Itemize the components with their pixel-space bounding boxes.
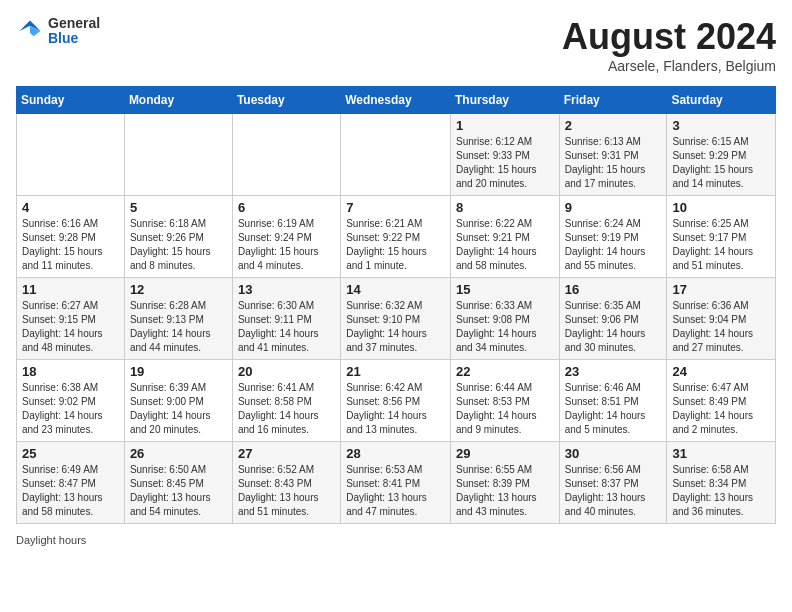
day-detail: Sunrise: 6:58 AMSunset: 8:34 PMDaylight:… (672, 463, 770, 519)
day-detail: Sunrise: 6:55 AMSunset: 8:39 PMDaylight:… (456, 463, 554, 519)
day-number: 20 (238, 364, 335, 379)
calendar-cell: 21Sunrise: 6:42 AMSunset: 8:56 PMDayligh… (341, 360, 451, 442)
day-number: 15 (456, 282, 554, 297)
calendar-week-2: 4Sunrise: 6:16 AMSunset: 9:28 PMDaylight… (17, 196, 776, 278)
calendar-cell: 31Sunrise: 6:58 AMSunset: 8:34 PMDayligh… (667, 442, 776, 524)
day-number: 29 (456, 446, 554, 461)
day-detail: Sunrise: 6:44 AMSunset: 8:53 PMDaylight:… (456, 381, 554, 437)
day-detail: Sunrise: 6:16 AMSunset: 9:28 PMDaylight:… (22, 217, 119, 273)
day-number: 2 (565, 118, 662, 133)
calendar-cell: 14Sunrise: 6:32 AMSunset: 9:10 PMDayligh… (341, 278, 451, 360)
calendar-title: August 2024 (562, 16, 776, 58)
day-number: 30 (565, 446, 662, 461)
day-detail: Sunrise: 6:35 AMSunset: 9:06 PMDaylight:… (565, 299, 662, 355)
day-detail: Sunrise: 6:41 AMSunset: 8:58 PMDaylight:… (238, 381, 335, 437)
calendar-cell: 25Sunrise: 6:49 AMSunset: 8:47 PMDayligh… (17, 442, 125, 524)
day-number: 26 (130, 446, 227, 461)
calendar-cell: 9Sunrise: 6:24 AMSunset: 9:19 PMDaylight… (559, 196, 667, 278)
weekday-header-monday: Monday (124, 87, 232, 114)
day-number: 11 (22, 282, 119, 297)
day-number: 10 (672, 200, 770, 215)
day-number: 21 (346, 364, 445, 379)
logo-blue-text: Blue (48, 31, 100, 46)
day-number: 7 (346, 200, 445, 215)
calendar-cell (124, 114, 232, 196)
calendar-cell: 11Sunrise: 6:27 AMSunset: 9:15 PMDayligh… (17, 278, 125, 360)
day-number: 14 (346, 282, 445, 297)
day-detail: Sunrise: 6:38 AMSunset: 9:02 PMDaylight:… (22, 381, 119, 437)
calendar-cell (232, 114, 340, 196)
logo: General Blue (16, 16, 100, 47)
calendar-location: Aarsele, Flanders, Belgium (562, 58, 776, 74)
day-detail: Sunrise: 6:42 AMSunset: 8:56 PMDaylight:… (346, 381, 445, 437)
weekday-header-friday: Friday (559, 87, 667, 114)
day-detail: Sunrise: 6:39 AMSunset: 9:00 PMDaylight:… (130, 381, 227, 437)
calendar-cell: 23Sunrise: 6:46 AMSunset: 8:51 PMDayligh… (559, 360, 667, 442)
calendar-week-4: 18Sunrise: 6:38 AMSunset: 9:02 PMDayligh… (17, 360, 776, 442)
calendar-cell: 30Sunrise: 6:56 AMSunset: 8:37 PMDayligh… (559, 442, 667, 524)
day-number: 19 (130, 364, 227, 379)
day-detail: Sunrise: 6:15 AMSunset: 9:29 PMDaylight:… (672, 135, 770, 191)
day-detail: Sunrise: 6:19 AMSunset: 9:24 PMDaylight:… (238, 217, 335, 273)
weekday-header-wednesday: Wednesday (341, 87, 451, 114)
calendar-cell: 22Sunrise: 6:44 AMSunset: 8:53 PMDayligh… (450, 360, 559, 442)
calendar-cell: 16Sunrise: 6:35 AMSunset: 9:06 PMDayligh… (559, 278, 667, 360)
day-detail: Sunrise: 6:52 AMSunset: 8:43 PMDaylight:… (238, 463, 335, 519)
day-detail: Sunrise: 6:21 AMSunset: 9:22 PMDaylight:… (346, 217, 445, 273)
weekday-header-row: SundayMondayTuesdayWednesdayThursdayFrid… (17, 87, 776, 114)
calendar-cell: 18Sunrise: 6:38 AMSunset: 9:02 PMDayligh… (17, 360, 125, 442)
daylight-label: Daylight hours (16, 534, 86, 546)
day-number: 13 (238, 282, 335, 297)
calendar-cell: 17Sunrise: 6:36 AMSunset: 9:04 PMDayligh… (667, 278, 776, 360)
day-detail: Sunrise: 6:27 AMSunset: 9:15 PMDaylight:… (22, 299, 119, 355)
day-number: 8 (456, 200, 554, 215)
calendar-cell: 29Sunrise: 6:55 AMSunset: 8:39 PMDayligh… (450, 442, 559, 524)
day-detail: Sunrise: 6:24 AMSunset: 9:19 PMDaylight:… (565, 217, 662, 273)
calendar-table: SundayMondayTuesdayWednesdayThursdayFrid… (16, 86, 776, 524)
day-detail: Sunrise: 6:50 AMSunset: 8:45 PMDaylight:… (130, 463, 227, 519)
logo-icon (16, 17, 44, 45)
calendar-cell: 12Sunrise: 6:28 AMSunset: 9:13 PMDayligh… (124, 278, 232, 360)
day-detail: Sunrise: 6:28 AMSunset: 9:13 PMDaylight:… (130, 299, 227, 355)
logo-general-text: General (48, 16, 100, 31)
weekday-header-saturday: Saturday (667, 87, 776, 114)
calendar-cell: 20Sunrise: 6:41 AMSunset: 8:58 PMDayligh… (232, 360, 340, 442)
calendar-cell: 26Sunrise: 6:50 AMSunset: 8:45 PMDayligh… (124, 442, 232, 524)
day-number: 5 (130, 200, 227, 215)
weekday-header-tuesday: Tuesday (232, 87, 340, 114)
day-detail: Sunrise: 6:13 AMSunset: 9:31 PMDaylight:… (565, 135, 662, 191)
calendar-cell: 28Sunrise: 6:53 AMSunset: 8:41 PMDayligh… (341, 442, 451, 524)
day-number: 27 (238, 446, 335, 461)
day-number: 3 (672, 118, 770, 133)
day-number: 12 (130, 282, 227, 297)
day-number: 17 (672, 282, 770, 297)
calendar-cell: 4Sunrise: 6:16 AMSunset: 9:28 PMDaylight… (17, 196, 125, 278)
calendar-week-3: 11Sunrise: 6:27 AMSunset: 9:15 PMDayligh… (17, 278, 776, 360)
day-detail: Sunrise: 6:12 AMSunset: 9:33 PMDaylight:… (456, 135, 554, 191)
calendar-week-5: 25Sunrise: 6:49 AMSunset: 8:47 PMDayligh… (17, 442, 776, 524)
day-number: 23 (565, 364, 662, 379)
day-number: 6 (238, 200, 335, 215)
day-number: 16 (565, 282, 662, 297)
day-number: 25 (22, 446, 119, 461)
calendar-cell: 10Sunrise: 6:25 AMSunset: 9:17 PMDayligh… (667, 196, 776, 278)
calendar-footer: Daylight hours (16, 534, 776, 546)
day-detail: Sunrise: 6:33 AMSunset: 9:08 PMDaylight:… (456, 299, 554, 355)
calendar-cell (17, 114, 125, 196)
day-number: 22 (456, 364, 554, 379)
weekday-header-sunday: Sunday (17, 87, 125, 114)
calendar-cell: 1Sunrise: 6:12 AMSunset: 9:33 PMDaylight… (450, 114, 559, 196)
day-detail: Sunrise: 6:49 AMSunset: 8:47 PMDaylight:… (22, 463, 119, 519)
calendar-cell: 13Sunrise: 6:30 AMSunset: 9:11 PMDayligh… (232, 278, 340, 360)
day-number: 18 (22, 364, 119, 379)
calendar-cell: 8Sunrise: 6:22 AMSunset: 9:21 PMDaylight… (450, 196, 559, 278)
day-detail: Sunrise: 6:46 AMSunset: 8:51 PMDaylight:… (565, 381, 662, 437)
day-detail: Sunrise: 6:22 AMSunset: 9:21 PMDaylight:… (456, 217, 554, 273)
calendar-cell: 3Sunrise: 6:15 AMSunset: 9:29 PMDaylight… (667, 114, 776, 196)
calendar-week-1: 1Sunrise: 6:12 AMSunset: 9:33 PMDaylight… (17, 114, 776, 196)
calendar-cell: 27Sunrise: 6:52 AMSunset: 8:43 PMDayligh… (232, 442, 340, 524)
calendar-cell: 2Sunrise: 6:13 AMSunset: 9:31 PMDaylight… (559, 114, 667, 196)
day-detail: Sunrise: 6:18 AMSunset: 9:26 PMDaylight:… (130, 217, 227, 273)
day-detail: Sunrise: 6:32 AMSunset: 9:10 PMDaylight:… (346, 299, 445, 355)
title-block: August 2024 Aarsele, Flanders, Belgium (562, 16, 776, 74)
